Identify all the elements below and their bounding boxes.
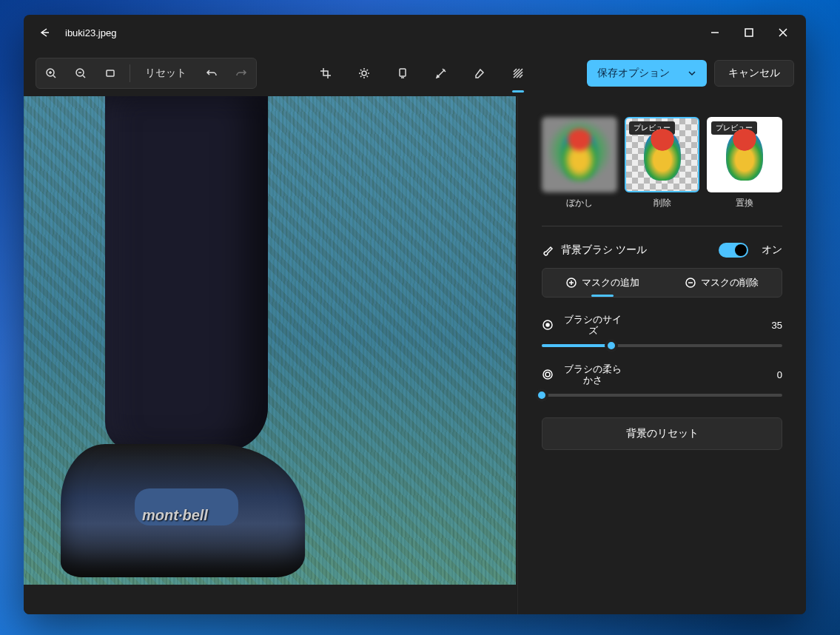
- zoom-in-button[interactable]: [38, 60, 64, 87]
- erase-icon: [474, 67, 485, 79]
- minus-circle-icon: [685, 277, 696, 289]
- brush-tool-header: 背景ブラシ ツール オン: [542, 243, 782, 258]
- maximize-button[interactable]: [732, 18, 766, 47]
- arrow-left-icon: [38, 27, 50, 38]
- svg-point-4: [362, 71, 366, 75]
- separator: [130, 64, 130, 82]
- background-tab[interactable]: [505, 60, 531, 87]
- add-mask-button[interactable]: マスクの追加: [542, 269, 662, 297]
- svg-rect-5: [400, 69, 406, 76]
- action-buttons: 保存オプション キャンセル: [587, 60, 794, 87]
- adjust-icon: [358, 67, 370, 79]
- bg-label-remove: 削除: [653, 197, 671, 209]
- reset-view-button[interactable]: リセット: [136, 60, 195, 87]
- zoom-group: リセット: [36, 58, 257, 89]
- brush-softness-track[interactable]: [542, 394, 782, 397]
- brush-toggle[interactable]: [719, 243, 748, 258]
- close-button[interactable]: [766, 18, 800, 47]
- size-target-icon: [542, 319, 554, 331]
- parrot-icon: [726, 129, 763, 181]
- brush-softness-value: 0: [777, 369, 782, 380]
- filter-icon: [397, 67, 409, 79]
- brush-size-track[interactable]: [542, 344, 782, 347]
- markup-tab[interactable]: [428, 60, 454, 87]
- brush-size-slider: ブラシのサイズ 35: [542, 314, 782, 347]
- edited-image: mont·bell: [24, 96, 516, 585]
- parrot-icon: [561, 129, 598, 181]
- markup-icon: [435, 67, 447, 79]
- brush-size-value: 35: [772, 320, 782, 331]
- undo-button[interactable]: [198, 60, 225, 87]
- zoom-out-icon: [75, 67, 87, 79]
- svg-point-9: [546, 323, 549, 326]
- bg-thumb-blur: [542, 117, 617, 192]
- add-mask-label: マスクの追加: [582, 276, 639, 289]
- maximize-icon: [743, 27, 755, 38]
- fit-icon: [104, 67, 116, 79]
- brush-softness-slider: ブラシの柔らかさ 0: [542, 363, 782, 397]
- toolbar: リセット 保存オプション キャンセル: [24, 50, 806, 96]
- minimize-button[interactable]: [698, 18, 732, 47]
- canvas[interactable]: mont·bell: [24, 96, 517, 614]
- back-button[interactable]: [30, 18, 59, 47]
- softness-target-icon: [542, 369, 554, 380]
- save-options-button[interactable]: 保存オプション: [587, 60, 707, 87]
- brush-tool-title: 背景ブラシ ツール: [561, 243, 711, 257]
- bg-option-replace[interactable]: プレビュー 置換: [707, 117, 782, 209]
- brush-softness-thumb[interactable]: [535, 389, 548, 402]
- subject-leg: [105, 96, 268, 451]
- brush-icon: [542, 244, 554, 256]
- mask-mode-selector: マスクの追加 マスクの削除: [542, 268, 782, 298]
- content-area: mont·bell ぼかし プレビュー 削除 プレビュー: [24, 96, 806, 614]
- zoom-out-button[interactable]: [67, 60, 94, 87]
- brush-softness-label: ブラシの柔らかさ: [560, 363, 626, 386]
- zoom-in-icon: [45, 67, 57, 79]
- svg-rect-0: [745, 29, 753, 36]
- bg-thumb-remove: プレビュー: [625, 117, 700, 192]
- plus-circle-icon: [565, 277, 577, 289]
- background-options: ぼかし プレビュー 削除 プレビュー 置換: [542, 117, 782, 209]
- side-panel: ぼかし プレビュー 削除 プレビュー 置換: [517, 96, 806, 614]
- adjust-tab[interactable]: [351, 60, 377, 87]
- bg-label-blur: ぼかし: [566, 197, 593, 209]
- window-controls: [698, 18, 800, 47]
- remove-mask-button[interactable]: マスクの削除: [662, 269, 782, 297]
- brush-size-thumb[interactable]: [605, 339, 618, 352]
- bg-label-replace: 置換: [736, 197, 753, 209]
- filter-tab[interactable]: [389, 60, 416, 87]
- file-name: ibuki23.jpeg: [65, 27, 698, 38]
- bg-option-blur[interactable]: ぼかし: [542, 117, 617, 209]
- cancel-button[interactable]: キャンセル: [714, 60, 794, 87]
- close-icon: [777, 27, 789, 38]
- crop-tab[interactable]: [312, 60, 339, 87]
- edit-mode-tabs: [312, 60, 531, 87]
- bg-option-remove[interactable]: プレビュー 削除: [625, 117, 700, 209]
- crop-icon: [320, 67, 332, 79]
- svg-point-10: [543, 370, 552, 379]
- erase-tab[interactable]: [466, 60, 493, 87]
- parrot-icon: [644, 129, 681, 181]
- redo-button[interactable]: [228, 60, 255, 87]
- fit-button[interactable]: [97, 60, 124, 87]
- reset-background-button[interactable]: 背景のリセット: [542, 417, 782, 450]
- titlebar: ibuki23.jpeg: [24, 15, 806, 50]
- shoe-brand-text: mont·bell: [142, 507, 208, 524]
- minimize-icon: [709, 27, 721, 38]
- redo-icon: [235, 67, 247, 79]
- app-window: ibuki23.jpeg リセット: [24, 15, 806, 614]
- divider: [542, 226, 782, 226]
- chevron-down-icon: [688, 69, 696, 78]
- brush-toggle-label: オン: [762, 243, 782, 257]
- undo-icon: [206, 67, 218, 79]
- svg-point-11: [545, 372, 550, 377]
- save-options-label: 保存オプション: [597, 67, 670, 80]
- remove-mask-label: マスクの削除: [701, 276, 759, 289]
- svg-rect-3: [107, 70, 114, 76]
- background-icon: [512, 67, 524, 79]
- brush-size-label: ブラシのサイズ: [560, 314, 626, 337]
- bg-thumb-replace: プレビュー: [707, 117, 782, 192]
